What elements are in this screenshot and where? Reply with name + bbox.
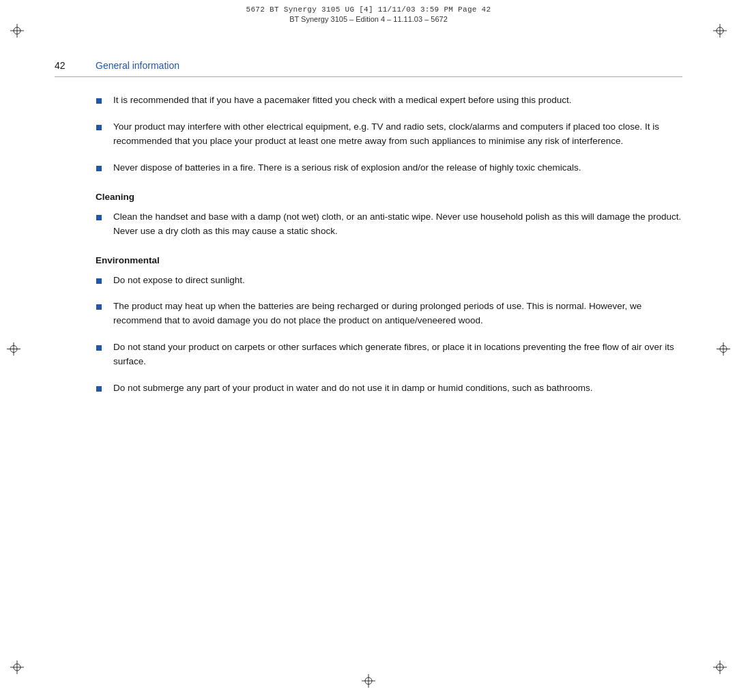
crop-mark-bottom-left	[10, 660, 24, 676]
bullet-text-env-2: The product may heat up when the batteri…	[113, 300, 682, 328]
header-file-info: 5672 BT Synergy 3105 UG [4] 11/11/03 3:5…	[246, 5, 491, 14]
list-item: Your product may interfere with other el…	[96, 120, 682, 149]
main-content: 42 General information It is recommended…	[0, 26, 737, 449]
environmental-bullet-list: Do not expose to direct sunlight. The pr…	[96, 274, 682, 396]
bullet-icon-env-1	[96, 275, 106, 286]
page-number: 42	[55, 60, 96, 71]
list-item: Never dispose of batteries in a fire. Th…	[96, 161, 682, 175]
bullet-text-3: Never dispose of batteries in a fire. Th…	[113, 161, 682, 175]
list-item: The product may heat up when the batteri…	[96, 300, 682, 328]
bullet-text-2: Your product may interfere with other el…	[113, 120, 682, 149]
svg-rect-23	[96, 166, 102, 171]
page-section-header: 42 General information	[55, 60, 682, 71]
bullet-icon-env-4	[96, 383, 106, 394]
bullet-icon-3	[96, 162, 106, 173]
bullet-text-cleaning-1: Clean the handset and base with a damp (…	[113, 210, 682, 239]
list-item: Do not submerge any part of your product…	[96, 381, 682, 396]
list-item: Clean the handset and base with a damp (…	[96, 210, 682, 239]
svg-rect-21	[96, 98, 102, 104]
cleaning-heading: Cleaning	[96, 192, 682, 202]
svg-rect-25	[96, 278, 102, 284]
crop-mark-bottom-right	[713, 660, 727, 676]
bullet-icon-2	[96, 121, 106, 132]
svg-rect-24	[96, 215, 102, 220]
cleaning-bullet-list: Clean the handset and base with a damp (…	[96, 210, 682, 239]
bullet-text-1: It is recommended that if you have a pac…	[113, 93, 682, 108]
list-item: Do not expose to direct sunlight.	[96, 274, 682, 288]
svg-rect-22	[96, 125, 102, 130]
bullet-text-env-3: Do not stand your product on carpets or …	[113, 340, 682, 369]
page-header-bar: 5672 BT Synergy 3105 UG [4] 11/11/03 3:5…	[0, 0, 737, 26]
svg-rect-28	[96, 386, 102, 392]
environmental-heading: Environmental	[96, 255, 682, 265]
bullet-text-env-4: Do not submerge any part of your product…	[113, 381, 682, 396]
bullet-icon-env-2	[96, 301, 106, 312]
section-divider	[55, 76, 682, 77]
bullet-text-env-1: Do not expose to direct sunlight.	[113, 274, 682, 288]
main-bullet-list: It is recommended that if you have a pac…	[96, 93, 682, 175]
list-item: It is recommended that if you have a pac…	[96, 93, 682, 108]
svg-rect-27	[96, 345, 102, 351]
svg-rect-26	[96, 304, 102, 310]
page-container: 5672 BT Synergy 3105 UG [4] 11/11/03 3:5…	[0, 0, 737, 700]
list-item: Do not stand your product on carpets or …	[96, 340, 682, 369]
bullet-icon-1	[96, 95, 106, 106]
bullet-icon-env-3	[96, 342, 106, 353]
section-title: General information	[96, 60, 179, 71]
bullet-icon-cleaning-1	[96, 212, 106, 222]
header-edition-info: BT Synergy 3105 – Edition 4 – 11.11.03 –…	[289, 15, 448, 23]
reg-mark-bottom	[362, 674, 375, 690]
